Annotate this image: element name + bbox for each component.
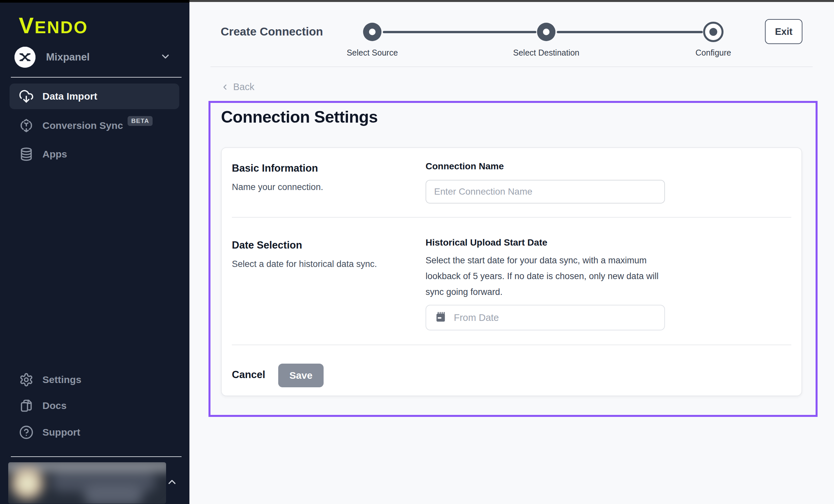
section-divider — [232, 345, 791, 345]
date-selection-description: Select a date for historical data sync. — [232, 259, 377, 269]
back-label: Back — [233, 82, 254, 92]
date-help-text: Select the start date for your data sync… — [425, 253, 672, 300]
sidebar-item-support[interactable]: Support — [9, 419, 179, 445]
sidebar-item-label: Apps — [42, 149, 67, 160]
connection-name-label: Connection Name — [425, 161, 504, 172]
from-date-field[interactable] — [425, 305, 665, 330]
gear-icon — [19, 372, 34, 387]
mixpanel-logo-icon — [15, 47, 36, 68]
connection-name-input[interactable] — [425, 180, 665, 203]
sidebar-divider — [11, 456, 181, 457]
step-label-select-destination: Select Destination — [513, 48, 579, 58]
section-divider — [232, 217, 791, 218]
back-link[interactable]: Back — [221, 82, 254, 92]
step-connector — [557, 31, 703, 33]
sidebar-item-apps[interactable]: Apps — [9, 141, 179, 167]
vendo-logo: VENDO — [19, 13, 88, 38]
sidebar: VENDO Mixpanel Data Import — [0, 0, 190, 504]
historical-upload-start-date-label: Historical Upload Start Date — [425, 237, 547, 248]
workspace-switcher[interactable]: Mixpanel — [9, 45, 180, 69]
step-select-source-node — [363, 23, 381, 41]
header-divider — [211, 66, 813, 67]
sidebar-divider — [11, 77, 181, 78]
window-edge-right — [190, 0, 834, 2]
main-content: Create Connection Select Source Select D… — [190, 0, 834, 504]
connection-settings-panel: Connection Settings Basic Information Na… — [208, 101, 817, 417]
user-profile[interactable] — [8, 462, 166, 504]
sidebar-item-label: Support — [42, 427, 80, 438]
step-label-configure: Configure — [696, 48, 731, 58]
sidebar-item-conversion-sync[interactable]: Conversion Sync BETA — [9, 113, 179, 138]
sidebar-item-label: Settings — [42, 374, 81, 385]
help-circle-icon — [19, 425, 34, 440]
calendar-icon — [435, 311, 446, 324]
save-button[interactable]: Save — [278, 364, 324, 387]
sidebar-item-label: Data Import — [42, 91, 97, 102]
basic-information-title: Basic Information — [232, 162, 318, 174]
settings-card: Basic Information Name your connection. … — [221, 147, 802, 396]
database-icon — [19, 147, 34, 162]
chevron-down-icon — [160, 51, 171, 63]
conversion-sync-icon — [19, 118, 34, 133]
sidebar-item-docs[interactable]: Docs — [9, 393, 179, 418]
docs-icon — [19, 398, 34, 413]
chevron-left-icon — [221, 83, 229, 91]
cancel-button[interactable]: Cancel — [232, 369, 265, 381]
cloud-download-icon — [19, 89, 34, 104]
basic-information-description: Name your connection. — [232, 182, 323, 192]
step-label-select-source: Select Source — [347, 48, 398, 58]
blurred-user-info — [8, 462, 166, 504]
step-configure-node — [703, 22, 724, 42]
step-connector — [383, 31, 536, 33]
panel-title: Connection Settings — [221, 108, 378, 127]
window-edge-left — [0, 0, 190, 3]
workspace-name: Mixpanel — [46, 51, 160, 63]
step-select-destination-node — [537, 23, 555, 41]
sidebar-item-label: Docs — [42, 400, 66, 411]
exit-button[interactable]: Exit — [765, 19, 803, 44]
page-title: Create Connection — [221, 25, 323, 38]
chevron-up-icon[interactable] — [166, 476, 178, 489]
sidebar-item-data-import[interactable]: Data Import — [9, 84, 179, 109]
from-date-input[interactable] — [446, 305, 664, 330]
sidebar-item-settings[interactable]: Settings — [9, 367, 179, 393]
beta-badge: BETA — [128, 116, 153, 126]
sidebar-item-label: Conversion Sync — [42, 120, 123, 131]
date-selection-title: Date Selection — [232, 239, 302, 251]
